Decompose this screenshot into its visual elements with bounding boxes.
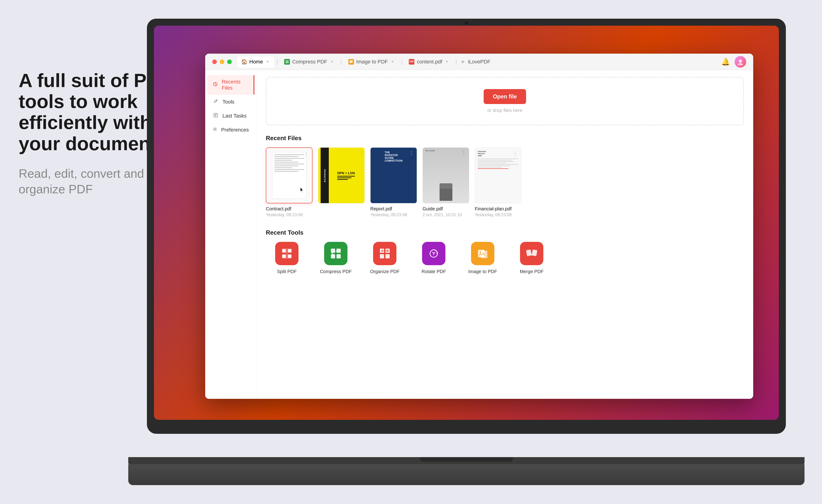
notification-icon[interactable]: 🔔 — [721, 58, 730, 66]
traffic-light-green[interactable] — [227, 59, 232, 64]
svg-rect-22 — [331, 254, 335, 259]
file-thumb-boarding: BOARDING DPN + LON — [318, 147, 365, 203]
file-thumb-contract: ⋮ — [266, 147, 313, 203]
file-thumb-report: THEINVESTORSCORECOMPETITION ⋮ — [370, 147, 417, 203]
app-window: 🏠 Home × | Compress PDF × — [205, 54, 753, 399]
file-menu-contract[interactable]: ⋮ — [303, 150, 310, 157]
laptop-screen-bezel: 🏠 Home × | Compress PDF × — [147, 19, 786, 434]
sidebar-item-recent-files[interactable]: Recents Files — [207, 75, 255, 95]
compress-icon-wrap — [324, 242, 348, 265]
svg-rect-20 — [331, 248, 335, 253]
split-pdf-label: Split PDF — [277, 269, 297, 274]
file-date-financial: Yesterday, 09:23:08 — [475, 212, 521, 217]
tab-pdf[interactable]: PDF content.pdf × — [404, 56, 454, 68]
svg-text:B: B — [386, 249, 389, 253]
laptop-screen-inner: 🏠 Home × | Compress PDF × — [154, 26, 779, 420]
svg-point-6 — [739, 59, 742, 63]
rotate-icon-wrap — [422, 242, 445, 265]
tab-image[interactable]: Image to PDF × — [344, 56, 400, 68]
file-name-report: Report.pdf — [370, 206, 417, 211]
svg-rect-16 — [288, 249, 292, 253]
image-to-pdf-icon-wrap — [471, 242, 494, 265]
laptop-base — [128, 457, 805, 485]
svg-rect-17 — [282, 255, 286, 258]
svg-rect-15 — [282, 249, 286, 253]
image-to-pdf-label: Image to PDF — [468, 269, 497, 274]
sidebar-item-tools[interactable]: Tools — [207, 95, 255, 109]
titlebar: 🏠 Home × | Compress PDF × — [205, 54, 753, 70]
tool-organize-pdf[interactable]: A B Organize PDF — [364, 242, 406, 274]
file-menu-report[interactable]: ⋮ — [408, 149, 415, 156]
svg-rect-18 — [288, 255, 292, 258]
file-card-financial[interactable]: FinancialPlan for2022 — [475, 147, 521, 217]
sidebar-recent-label: Recents Files — [222, 79, 249, 91]
tools-row: Split PDF — [266, 242, 744, 274]
compress-pdf-label: Compress PDF — [320, 269, 352, 274]
svg-rect-3 — [287, 62, 289, 63]
split-icon-wrap — [275, 242, 299, 265]
file-name-contract: Contract.pdf — [266, 206, 313, 211]
file-card-guide[interactable]: the reader ⋮ Gu — [423, 147, 469, 217]
tab-pdf-close[interactable]: × — [444, 59, 449, 64]
gear-icon — [213, 127, 217, 133]
recent-files-title: Recent Files — [266, 134, 744, 142]
traffic-light-red[interactable] — [212, 59, 217, 64]
tool-image-to-pdf[interactable]: Image to PDF — [462, 242, 504, 274]
file-thumb-financial: FinancialPlan for2022 — [475, 147, 521, 203]
file-date-contract: Yesterday, 09:23:08 — [266, 212, 313, 217]
tool-merge-pdf[interactable]: Merge PDF — [511, 242, 553, 274]
file-card-contract[interactable]: ⋮ Contract.pdf Yesterday, 09: — [266, 147, 313, 217]
svg-rect-27 — [385, 254, 390, 259]
tab-home[interactable]: 🏠 Home × — [237, 56, 275, 68]
svg-text:A: A — [381, 249, 383, 253]
tab-compress[interactable]: Compress PDF × — [280, 56, 339, 68]
file-date-report: Yesterday, 09:23:08 — [370, 212, 417, 217]
svg-rect-35 — [526, 249, 532, 256]
tab-image-close[interactable]: × — [390, 59, 395, 64]
svg-point-34 — [480, 251, 481, 253]
sidebar-item-last-tasks[interactable]: Last Tasks — [207, 109, 255, 123]
drop-zone[interactable]: Open file or drop files here — [266, 77, 744, 125]
merge-icon-wrap — [520, 242, 543, 265]
new-tab-button[interactable]: + — [459, 58, 467, 66]
home-icon: 🏠 — [241, 59, 247, 65]
organize-pdf-label: Organize PDF — [370, 269, 400, 274]
svg-rect-23 — [337, 254, 341, 259]
svg-point-9 — [215, 102, 215, 103]
sidebar-tasks-label: Last Tasks — [223, 113, 247, 119]
svg-rect-26 — [380, 254, 384, 259]
file-thumb-guide: the reader ⋮ — [423, 147, 469, 203]
tool-rotate-pdf[interactable]: Rotate PDF — [413, 242, 455, 274]
laptop-base-top — [128, 457, 805, 464]
tool-compress-pdf[interactable]: Compress PDF — [315, 242, 357, 274]
content-area: Open file or drop files here Recent File… — [257, 70, 753, 399]
file-card-boarding[interactable]: BOARDING DPN + LON — [318, 147, 365, 217]
traffic-lights — [212, 59, 232, 64]
clock-icon — [213, 82, 218, 88]
drop-hint: or drop files here — [487, 108, 522, 113]
traffic-light-yellow[interactable] — [220, 59, 224, 64]
tool-split-pdf[interactable]: Split PDF — [266, 242, 308, 274]
tab-image-label: Image to PDF — [356, 59, 388, 65]
tab-home-label: Home — [249, 59, 263, 65]
user-avatar[interactable] — [735, 56, 746, 68]
file-menu-boarding[interactable]: ⋮ — [358, 148, 365, 155]
sidebar-item-preferences[interactable]: Preferences — [207, 123, 255, 137]
laptop-notch — [420, 457, 513, 462]
file-card-report[interactable]: THEINVESTORSCORECOMPETITION ⋮ — [370, 147, 417, 217]
svg-rect-0 — [286, 60, 287, 62]
svg-point-7 — [738, 63, 743, 65]
file-menu-financial[interactable]: ⋮ — [512, 150, 519, 157]
file-menu-guide[interactable]: ⋮ — [460, 149, 467, 156]
files-row: ⋮ Contract.pdf Yesterday, 09: — [266, 147, 744, 217]
sidebar: Recents Files Tools — [205, 70, 257, 399]
compress-tab-icon — [284, 59, 290, 65]
tab-compress-close[interactable]: × — [330, 59, 334, 64]
svg-rect-21 — [337, 248, 341, 253]
svg-rect-1 — [287, 60, 289, 62]
list-icon — [213, 113, 219, 119]
open-file-button[interactable]: Open file — [484, 89, 526, 104]
merge-pdf-label: Merge PDF — [520, 269, 543, 274]
tab-home-close[interactable]: × — [265, 59, 270, 64]
svg-rect-2 — [286, 62, 287, 63]
